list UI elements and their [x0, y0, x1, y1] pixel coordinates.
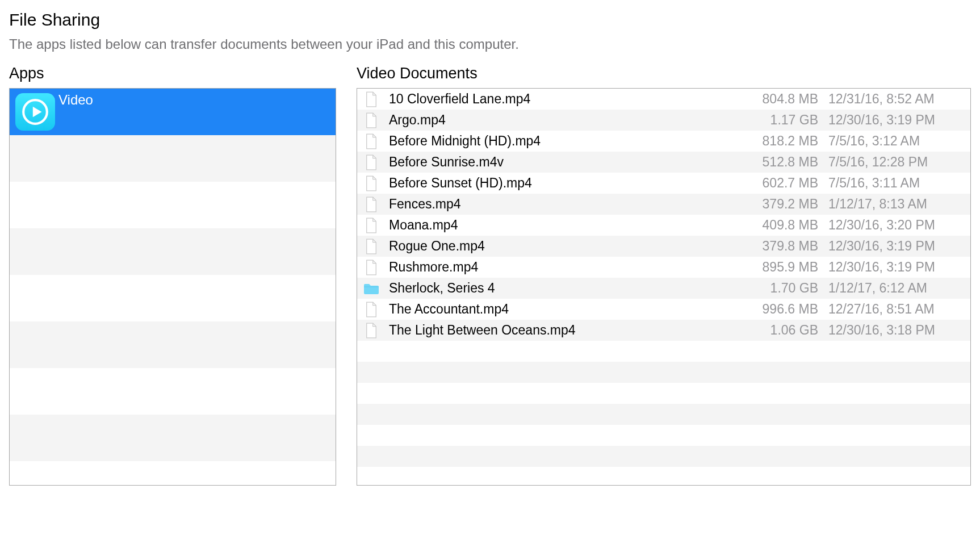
document-row[interactable]: Argo.mp41.17 GB12/30/16, 3:19 PM: [357, 110, 970, 131]
document-size: 512.8 MB: [727, 154, 818, 170]
document-date: 12/30/16, 3:19 PM: [818, 239, 966, 254]
empty-row: [357, 446, 970, 467]
svg-marker-1: [33, 107, 42, 118]
document-row[interactable]: The Accountant.mp4996.6 MB12/27/16, 8:51…: [357, 299, 970, 320]
document-name: Moana.mp4: [388, 218, 727, 233]
document-size: 1.06 GB: [727, 323, 818, 338]
document-size: 409.8 MB: [727, 218, 818, 233]
document-date: 12/27/16, 8:51 AM: [818, 302, 966, 317]
empty-row: [357, 404, 970, 425]
document-date: 7/5/16, 3:11 AM: [818, 175, 966, 191]
file-icon: [363, 133, 380, 150]
document-row[interactable]: Before Sunrise.m4v512.8 MB7/5/16, 12:28 …: [357, 152, 970, 173]
play-icon: [15, 93, 55, 131]
file-icon: [363, 217, 380, 234]
document-size: 996.6 MB: [727, 302, 818, 317]
document-size: 895.9 MB: [727, 260, 818, 275]
document-size: 1.70 GB: [727, 281, 818, 296]
file-icon: [363, 196, 380, 213]
app-row-video[interactable]: Video: [10, 89, 336, 135]
document-name: Sherlock, Series 4: [388, 281, 727, 296]
document-row[interactable]: Before Midnight (HD).mp4818.2 MB7/5/16, …: [357, 131, 970, 152]
document-name: 10 Cloverfield Lane.mp4: [388, 91, 727, 107]
document-size: 379.8 MB: [727, 239, 818, 254]
empty-row: [357, 425, 970, 446]
document-date: 12/30/16, 3:20 PM: [818, 218, 966, 233]
app-name-label: Video: [58, 92, 93, 108]
documents-panel: 10 Cloverfield Lane.mp4804.8 MB12/31/16,…: [357, 88, 971, 486]
document-row[interactable]: 10 Cloverfield Lane.mp4804.8 MB12/31/16,…: [357, 89, 970, 110]
file-icon: [363, 112, 380, 129]
document-date: 7/5/16, 3:12 AM: [818, 133, 966, 149]
document-name: Rushmore.mp4: [388, 260, 727, 275]
document-size: 602.7 MB: [727, 175, 818, 191]
file-icon: [363, 259, 380, 276]
document-name: The Light Between Oceans.mp4: [388, 323, 727, 338]
document-size: 1.17 GB: [727, 112, 818, 128]
document-date: 7/5/16, 12:28 PM: [818, 154, 966, 170]
file-icon: [363, 238, 380, 255]
document-row[interactable]: The Light Between Oceans.mp41.06 GB12/30…: [357, 320, 970, 341]
document-name: The Accountant.mp4: [388, 302, 727, 317]
file-icon: [363, 91, 380, 108]
document-size: 379.2 MB: [727, 197, 818, 212]
document-row[interactable]: Rogue One.mp4379.8 MB12/30/16, 3:19 PM: [357, 236, 970, 257]
document-size: 804.8 MB: [727, 91, 818, 107]
file-icon: [363, 301, 380, 318]
document-name: Before Sunrise.m4v: [388, 154, 727, 170]
empty-row: [357, 383, 970, 404]
document-name: Rogue One.mp4: [388, 239, 727, 254]
document-date: 12/31/16, 8:52 AM: [818, 91, 966, 107]
empty-row: [357, 467, 970, 486]
document-row[interactable]: Moana.mp4409.8 MB12/30/16, 3:20 PM: [357, 215, 970, 236]
document-row[interactable]: Before Sunset (HD).mp4602.7 MB7/5/16, 3:…: [357, 173, 970, 194]
apps-panel: Video: [9, 88, 336, 486]
empty-row: [357, 362, 970, 383]
document-name: Fences.mp4: [388, 197, 727, 212]
document-name: Before Midnight (HD).mp4: [388, 133, 727, 149]
document-size: 818.2 MB: [727, 133, 818, 149]
file-icon: [363, 175, 380, 192]
file-icon: [363, 154, 380, 171]
apps-section-label: Apps: [9, 65, 336, 82]
page-title: File Sharing: [9, 10, 971, 30]
document-row[interactable]: Sherlock, Series 41.70 GB1/12/17, 6:12 A…: [357, 278, 970, 299]
document-date: 12/30/16, 3:19 PM: [818, 112, 966, 128]
document-date: 12/30/16, 3:19 PM: [818, 260, 966, 275]
document-row[interactable]: Rushmore.mp4895.9 MB12/30/16, 3:19 PM: [357, 257, 970, 278]
document-name: Argo.mp4: [388, 112, 727, 128]
document-date: 1/12/17, 8:13 AM: [818, 197, 966, 212]
document-name: Before Sunset (HD).mp4: [388, 175, 727, 191]
folder-icon: [363, 280, 380, 297]
documents-section-label: Video Documents: [357, 65, 971, 82]
file-icon: [363, 322, 380, 339]
document-date: 12/30/16, 3:18 PM: [818, 323, 966, 338]
empty-row: [357, 341, 970, 362]
page-subtitle: The apps listed below can transfer docum…: [9, 36, 971, 52]
document-date: 1/12/17, 6:12 AM: [818, 281, 966, 296]
document-row[interactable]: Fences.mp4379.2 MB1/12/17, 8:13 AM: [357, 194, 970, 215]
